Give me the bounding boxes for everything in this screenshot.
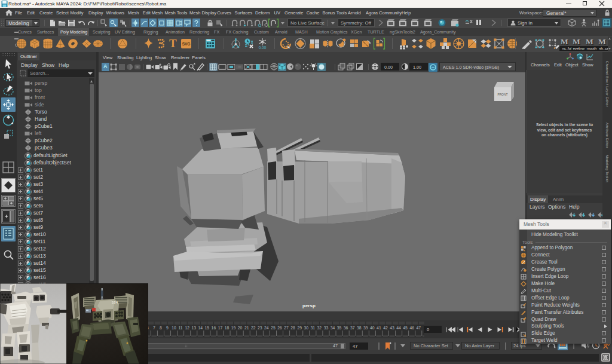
svg-text:12: 12 [185,326,189,330]
svg-text:28: 28 [290,326,295,330]
svg-text:7: 7 [153,326,155,330]
svg-text:31: 31 [311,326,316,330]
svg-text:25: 25 [271,326,276,330]
svg-text:33: 33 [324,326,329,330]
svg-text:39: 39 [363,326,368,330]
svg-text:43: 43 [390,326,394,330]
svg-text:24: 24 [264,326,269,330]
svg-text:17: 17 [218,326,223,330]
svg-text:524: 524 [112,301,118,304]
svg-text:37: 37 [350,326,355,330]
svg-text:35: 35 [337,326,342,330]
svg-text:46: 46 [409,326,414,330]
svg-text:persp: persp [302,303,316,308]
svg-text:40: 40 [370,326,375,330]
svg-text:11: 11 [179,326,183,330]
svg-text:SVG: SVG [182,42,191,46]
svg-text:20: 20 [238,326,243,330]
svg-text:19: 19 [231,326,236,330]
svg-text:36: 36 [344,326,348,330]
svg-text:32: 32 [317,326,322,330]
svg-text:30: 30 [304,326,308,330]
svg-text:0.00: 0.00 [259,45,267,50]
svg-text:14: 14 [198,326,203,330]
svg-text:34: 34 [331,326,335,330]
svg-text:42: 42 [383,326,388,330]
svg-text:29: 29 [297,326,302,330]
svg-text:21: 21 [244,326,249,330]
svg-text:22: 22 [251,326,256,330]
svg-text:26: 26 [277,326,282,330]
svg-text:9: 9 [166,326,169,330]
svg-text:23: 23 [258,326,262,330]
svg-text:16: 16 [212,326,216,330]
svg-text:8: 8 [160,326,162,330]
svg-text:38: 38 [357,326,362,330]
svg-text:45: 45 [403,326,408,330]
svg-text:10: 10 [172,326,176,330]
svg-text:FRONT: FRONT [497,93,507,96]
svg-text:41: 41 [377,326,381,330]
svg-text:44: 44 [396,326,401,330]
svg-text:27: 27 [284,326,289,330]
svg-text:13: 13 [191,326,196,330]
svg-text:18: 18 [225,326,230,330]
svg-text:15: 15 [205,326,210,330]
svg-text:47: 47 [416,326,421,330]
